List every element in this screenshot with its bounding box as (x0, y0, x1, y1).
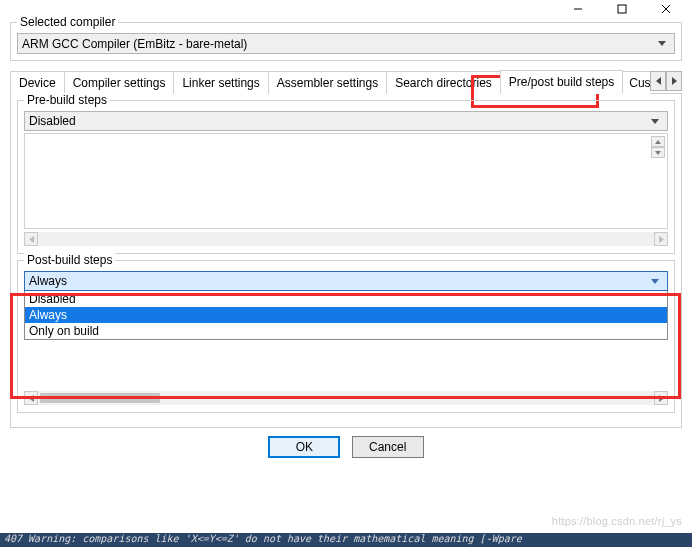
post-build-label: Post-build steps (24, 253, 115, 267)
settings-tabs: Device Compiler settings Linker settings… (10, 69, 682, 94)
chevron-down-icon (647, 279, 663, 284)
tab-pre-post-build-steps[interactable]: Pre/post build steps (500, 70, 623, 94)
compiler-select[interactable]: ARM GCC Compiler (EmBitz - bare-metal) (17, 33, 675, 54)
maximize-button[interactable] (600, 0, 644, 18)
option-only-on-build[interactable]: Only on build (25, 323, 667, 339)
tab-device[interactable]: Device (10, 71, 65, 94)
tab-custom-partial[interactable]: Custom v (622, 71, 650, 94)
scroll-right-icon[interactable] (654, 232, 668, 246)
scroll-up-icon[interactable] (651, 136, 665, 147)
cancel-button[interactable]: Cancel (352, 436, 424, 458)
pre-build-mode-select[interactable]: Disabled (24, 111, 668, 131)
tab-search-directories[interactable]: Search directories (386, 71, 501, 94)
pre-build-label: Pre-build steps (24, 93, 110, 107)
post-build-mode-select[interactable]: Always (24, 271, 668, 291)
ok-button[interactable]: OK (268, 436, 340, 458)
post-build-mode-value: Always (29, 274, 647, 288)
horizontal-scrollbar[interactable] (24, 390, 668, 406)
tab-linker-settings[interactable]: Linker settings (173, 71, 268, 94)
chevron-down-icon (647, 119, 663, 124)
dialog-buttons: OK Cancel (10, 428, 682, 464)
scroll-down-icon[interactable] (651, 147, 665, 158)
pre-build-group: Pre-build steps Disabled (17, 100, 675, 254)
scroll-left-icon[interactable] (24, 391, 38, 405)
scroll-left-icon[interactable] (24, 232, 38, 246)
close-button[interactable] (644, 0, 688, 18)
log-strip: 407 Warning: comparisons like 'X<=Y<=Z' … (0, 533, 692, 547)
tab-scroll-buttons (650, 71, 682, 91)
tab-scroll-left[interactable] (650, 71, 666, 91)
post-build-dropdown-list[interactable]: Disabled Always Only on build (24, 291, 668, 340)
pre-build-mode-value: Disabled (29, 114, 647, 128)
pre-build-textarea[interactable] (24, 133, 668, 229)
post-build-group: Post-build steps Always Disabled Always … (17, 260, 675, 413)
scroll-thumb[interactable] (40, 393, 160, 403)
tab-scroll-right[interactable] (666, 71, 682, 91)
tab-compiler-settings[interactable]: Compiler settings (64, 71, 175, 94)
option-always[interactable]: Always (25, 307, 667, 323)
selected-compiler-label: Selected compiler (17, 15, 118, 29)
chevron-down-icon (654, 41, 670, 46)
scroll-track[interactable] (38, 232, 654, 246)
scroll-track[interactable] (38, 391, 654, 405)
option-disabled[interactable]: Disabled (25, 291, 667, 307)
vertical-scrollbar[interactable] (651, 136, 665, 158)
compiler-select-value: ARM GCC Compiler (EmBitz - bare-metal) (22, 37, 654, 51)
minimize-button[interactable] (556, 0, 600, 18)
horizontal-scrollbar[interactable] (24, 231, 668, 247)
svg-rect-1 (618, 5, 626, 13)
tab-body: Pre-build steps Disabled Post-build step… (10, 94, 682, 428)
scroll-right-icon[interactable] (654, 391, 668, 405)
selected-compiler-group: Selected compiler ARM GCC Compiler (EmBi… (10, 22, 682, 61)
tab-assembler-settings[interactable]: Assembler settings (268, 71, 387, 94)
watermark-text: https://blog.csdn.net/rj_ys (552, 515, 682, 527)
